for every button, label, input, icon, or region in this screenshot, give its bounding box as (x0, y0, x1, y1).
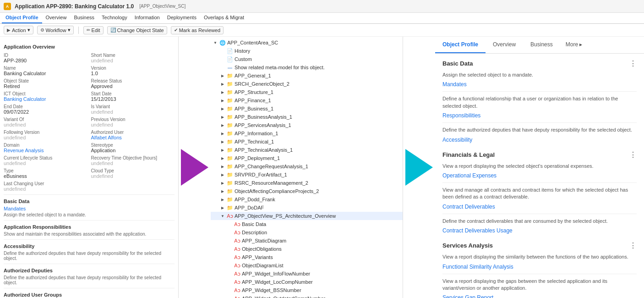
action-button[interactable]: ▶ Action ▾ (4, 26, 33, 34)
tree-toggle (227, 287, 233, 293)
tree-item-show-related[interactable]: — Show related meta-model for this objec… (211, 63, 403, 72)
folder-icon: 📁 (227, 180, 233, 186)
tab-technology[interactable]: Technology (98, 13, 131, 23)
tree-toggle[interactable]: ▶ (220, 180, 225, 186)
tree-toggle[interactable]: ▶ (220, 89, 225, 95)
tree-item-variants[interactable]: Aↄ APP_Variants (211, 253, 403, 261)
tree-item-technical[interactable]: ▶ 📁 APP_Technical_1 (211, 138, 403, 146)
contract-deliverables-usage-link[interactable]: Contract Deliverables Usage (442, 227, 637, 234)
tree-toggle[interactable]: ▶ (220, 205, 225, 210)
tree-toggle[interactable]: ▶ (220, 73, 225, 78)
tree-item-srvprd[interactable]: ▶ 📁 SRVPRD_ForArtifact_1 (211, 171, 403, 179)
right-tab-overview[interactable]: Overview (486, 37, 523, 53)
tree-item-srch[interactable]: ▶ 📁 SRCH_GenericObject_2 (211, 80, 403, 88)
tree-item-rsrc[interactable]: ▶ 📁 RSRC_ResourceManagement_2 (211, 179, 403, 187)
tab-object-profile[interactable]: Object Profile (2, 13, 42, 23)
globe-icon: 🌐 (219, 39, 226, 46)
tree-item-change-request[interactable]: ▶ 📁 APP_ChangeRequestAnalysis_1 (211, 162, 403, 171)
tree-item-business-analysis[interactable]: ▶ 📁 APP_BusinessAnalysis_1 (211, 113, 403, 121)
tree-item-technical-analysis[interactable]: ▶ 📁 APP_TechnicalAnalysis_1 (211, 146, 403, 154)
tab-overlaps[interactable]: Overlaps & Migrat (200, 13, 248, 23)
tree-item-custom[interactable]: 📄 Custom (211, 55, 403, 63)
right-tab-business[interactable]: Business (523, 37, 560, 53)
tree-item-loc-comp[interactable]: Aↄ APP_Widget_LocCompNumber (211, 278, 403, 286)
tab-overview[interactable]: Overview (42, 13, 71, 23)
tree-item-history[interactable]: 📄 History (211, 47, 403, 55)
tree-toggle[interactable]: ▶ (220, 122, 225, 128)
tree-item-services-analysis[interactable]: ▶ 📁 APP_ServicesAnalysis_1 (211, 121, 403, 129)
right-tab-more[interactable]: More ▸ (560, 37, 588, 53)
tree-item-finance[interactable]: ▶ 📁 APP_Finance_1 (211, 96, 403, 105)
mandates-right-link[interactable]: Mandates (442, 81, 637, 88)
separator-5 (4, 288, 175, 288)
responsibilities-link[interactable]: Responsibilities (442, 112, 637, 119)
right-panel: Object Profile Overview Business More ▸ … (435, 37, 644, 298)
tab-deployments[interactable]: Deployments (164, 13, 200, 23)
contract-deliverables-link[interactable]: Contract Deliverables (442, 204, 637, 210)
accessibility-right-link[interactable]: Accessibility (442, 137, 637, 143)
tree-item-ps-architecture[interactable]: ▼ Aↄ APP_ObjectView_PS_Architecture_Over… (211, 212, 403, 220)
folder-icon: 📁 (227, 188, 233, 194)
tree-item-object-affecting[interactable]: ▶ 📁 ObjectAffectingComplianceProjects_2 (211, 187, 403, 195)
change-state-label: Change Object State (117, 28, 164, 33)
tree-toggle[interactable]: ▶ (220, 188, 225, 194)
operational-expenses-link[interactable]: Operational Expenses (442, 172, 637, 179)
workflow-button[interactable]: ⚙ Workflow ▾ (37, 26, 74, 34)
accessibility-desc: Define the authorized deputies that have… (4, 251, 175, 261)
tab-information[interactable]: Information (131, 13, 164, 23)
field-prev-version: Previous Version undefined (91, 116, 175, 127)
right-tab-object-profile[interactable]: Object Profile (435, 37, 486, 53)
field-last-changing-user: Last Changing User undefined (4, 180, 87, 192)
tree-toggle (227, 279, 233, 285)
tree-toggle[interactable]: ▶ (220, 114, 225, 120)
edit-icon: ✏ (87, 28, 90, 33)
basic-data-menu[interactable]: ⋮ (629, 59, 637, 68)
mandates-link[interactable]: Mandates (4, 206, 175, 211)
tree-toggle[interactable]: ▶ (220, 81, 225, 87)
tree-item-structure[interactable]: ▶ 📁 APP_Structure_1 (211, 88, 403, 96)
divider (442, 274, 637, 274)
left-panel: Application Overview ID APP-2890 Short N… (0, 37, 179, 298)
tree-item-dodaf[interactable]: ▶ 📁 APP_DoDAF (211, 204, 403, 212)
folder-icon: 📁 (227, 81, 233, 87)
tree-item-information[interactable]: ▶ 📁 APP_Information_1 (211, 129, 403, 138)
tree-item-diagram-list[interactable]: Aↄ ObjectDiagramList (211, 261, 403, 270)
services-gap-link[interactable]: Services Gap Report (442, 294, 637, 298)
services-analysis-menu[interactable]: ⋮ (629, 241, 637, 250)
tree-item-deployment[interactable]: ▶ 📁 APP_Deployment_1 (211, 154, 403, 162)
tree-item-info-flow[interactable]: Aↄ APP_Widget_InfoFlowNumber (211, 270, 403, 278)
tree-item-outdated-comp[interactable]: Aↄ APP_Widget_OutdatedCompNumber (211, 294, 403, 298)
tree-toggle[interactable]: ▶ (220, 131, 225, 136)
field-rto: Recovery Time Objective [hours] undefine… (91, 154, 175, 166)
tree-toggle[interactable]: ▶ (220, 139, 225, 144)
tree-item-root[interactable]: ▼ 🌐 APP_ContentArea_SC (211, 39, 403, 47)
tree-toggle[interactable]: ▶ (220, 164, 225, 169)
tree-toggle[interactable]: ▼ (220, 213, 225, 219)
doc-red-icon: Aↄ (234, 237, 240, 244)
tree-item-bss[interactable]: Aↄ APP_Widget_BSSNumber (211, 286, 403, 294)
tree-toggle[interactable]: ▶ (220, 155, 225, 161)
doc-red-icon: Aↄ (234, 229, 240, 236)
tree-toggle[interactable]: ▼ (213, 40, 218, 45)
mark-reviewed-button[interactable]: ✔ Mark as Reviewed (171, 26, 224, 34)
tree-item-dodd-frank[interactable]: ▶ 📁 APP_Dodd_Frank (211, 195, 403, 204)
financials-menu[interactable]: ⋮ (629, 150, 637, 159)
tree-item-static-diagram[interactable]: Aↄ APP_StaticDiagram (211, 237, 403, 245)
tree-toggle[interactable]: ▶ (220, 98, 225, 103)
functional-similarity-link[interactable]: Functional Similarity Analysis (442, 264, 637, 270)
edit-button[interactable]: ✏ Edit (83, 26, 104, 34)
tree-toggle[interactable]: ▶ (220, 172, 225, 177)
tree-item-obligations[interactable]: Aↄ ObjectObligations (211, 245, 403, 253)
tree-toggle (227, 230, 233, 235)
change-state-button[interactable]: 🔄 Change Object State (107, 26, 167, 34)
tree-item-description[interactable]: Aↄ Description (211, 228, 403, 237)
tree-toggle[interactable]: ▶ (220, 197, 225, 202)
field-end-date: End Date 09/07/2022 (4, 103, 87, 115)
tree-item-general[interactable]: ▶ 📁 APP_General_1 (211, 72, 403, 80)
tree-item-basic-data[interactable]: Aↄ Basic Data (211, 220, 403, 228)
tree-item-business[interactable]: ▶ 📁 APP_Business_1 (211, 105, 403, 113)
tree-toggle[interactable]: ▶ (220, 147, 225, 153)
tree-toggle[interactable]: ▶ (220, 106, 225, 111)
tab-business[interactable]: Business (70, 13, 98, 23)
tree-toggle (227, 263, 233, 268)
